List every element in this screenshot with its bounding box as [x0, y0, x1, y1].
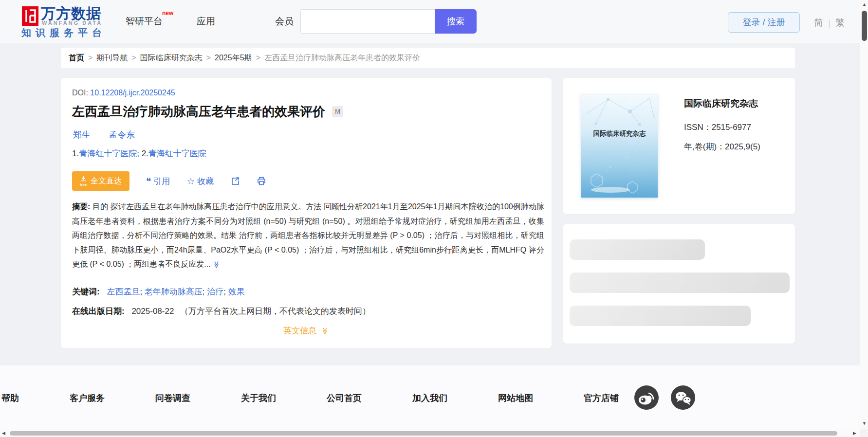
abstract-text: 目的 探讨左西孟旦在老年肺动脉高压患者治疗中的应用意义。方法 回顾性分析2021…	[72, 202, 544, 268]
header: 万方数据 WANFANG DATA 知识服务平台 智研平台 new 应用 会员 …	[0, 0, 868, 43]
footer-link-company[interactable]: 公司首页	[327, 392, 362, 404]
search-input[interactable]	[300, 9, 435, 34]
horizontal-scroll-thumb[interactable]	[10, 431, 837, 436]
doi-label: DOI:	[72, 89, 88, 97]
journal-cover[interactable]: 国际临床研究杂志	[581, 94, 658, 198]
breadcrumb-separator: >	[88, 54, 92, 62]
scroll-up-arrow[interactable]: ▲	[862, 2, 867, 7]
author-list: 郑生 孟令东	[73, 129, 150, 141]
favorite-button[interactable]: ☆ 收藏	[186, 176, 214, 187]
doi-link[interactable]: 10.12208/j.ijcr.20250245	[90, 89, 175, 97]
fulltext-label: 全文直达	[91, 176, 122, 186]
keyword-link[interactable]: 左西孟旦	[107, 287, 140, 296]
keyword-separator: ;	[140, 287, 144, 296]
lang-simplified[interactable]: 简	[814, 18, 823, 28]
language-toggle: 简|繁	[814, 17, 845, 29]
abstract: 摘要: 目的 探讨左西孟旦在老年肺动脉高压患者治疗中的应用意义。方法 回顾性分析…	[72, 200, 544, 272]
affiliation-link[interactable]: 青海红十字医院	[148, 149, 206, 158]
page: 万方数据 WANFANG DATA 知识服务平台 智研平台 new 应用 会员 …	[0, 0, 868, 437]
scroll-left-arrow[interactable]: ◀	[2, 431, 5, 436]
breadcrumb: 首页 > 期刊导航 > 国际临床研究杂志 > 2025年5期 > 左西孟旦治疗肺…	[61, 48, 795, 68]
issn-label: ISSN：	[684, 123, 712, 132]
footer-link-join[interactable]: 加入我们	[412, 392, 447, 404]
fulltext-button[interactable]: free 全文直达	[72, 171, 129, 191]
volume-label: 年,卷(期)：	[684, 142, 725, 151]
doi-row: DOI: 10.12208/j.ijcr.20250245	[72, 89, 175, 97]
share-icon	[230, 176, 240, 186]
keywords-row: 关键词: 左西孟旦; 老年肺动脉高压; 治疗; 效果	[72, 286, 245, 297]
star-icon: ☆	[186, 177, 195, 186]
scroll-down-arrow[interactable]: ▼	[862, 421, 867, 426]
footer-link-store[interactable]: 官方店铺	[584, 392, 619, 404]
free-label: free	[80, 183, 87, 187]
english-info-toggle[interactable]: 英文信息 ≫	[61, 325, 552, 336]
quote-icon: ❝	[146, 177, 151, 186]
footer-link-sitemap[interactable]: 网站地图	[498, 392, 533, 404]
affiliations: 1.青海红十字医院; 2.青海红十字医院	[72, 148, 206, 159]
brand-name-en: WANFANG DATA	[42, 20, 102, 26]
breadcrumb-current: 左西孟旦治疗肺动脉高压老年患者的效果评价	[264, 53, 420, 63]
keyword-link[interactable]: 效果	[228, 287, 245, 296]
keyword-link[interactable]: 治疗	[207, 287, 223, 296]
nav-item-member[interactable]: 会员	[275, 15, 294, 28]
article-title-row: 左西孟旦治疗肺动脉高压老年患者的效果评价M	[72, 103, 343, 120]
vertical-scrollbar[interactable]: ▲ ▼	[860, 0, 868, 429]
wechat-icon[interactable]	[671, 385, 695, 410]
footer-links: 帮助 客户服务 问卷调查 关于我们 公司首页 加入我们 网站地图 官方店铺	[1, 392, 669, 404]
footer-link-service[interactable]: 客户服务	[70, 392, 105, 404]
search-button[interactable]: 搜索	[435, 9, 477, 34]
breadcrumb-issue[interactable]: 2025年5期	[215, 53, 252, 63]
loading-card	[563, 224, 795, 344]
lang-divider: |	[828, 18, 831, 28]
affiliation-number: 2.	[142, 149, 148, 158]
skeleton-bar	[570, 273, 790, 293]
horizontal-scrollbar[interactable]: ◀ ▶	[0, 429, 860, 437]
action-buttons: free 全文直达 ❝ 引用 ☆ 收藏	[72, 171, 266, 191]
nav-item-apps[interactable]: 应用	[197, 15, 215, 28]
footer-link-survey[interactable]: 问卷调查	[155, 392, 190, 404]
journal-volume-row: 年,卷(期)：2025,9(5)	[684, 141, 760, 152]
cite-button[interactable]: ❝ 引用	[146, 176, 170, 187]
journal-card: 国际临床研究杂志 国际临床研究杂志 ISSN：2515-6977 年,卷(期)：…	[563, 78, 795, 214]
brand-tagline: 知识服务平台	[21, 26, 106, 39]
new-badge: new	[162, 10, 173, 17]
affiliation-number: 1.	[72, 149, 79, 158]
breadcrumb-separator: >	[131, 54, 136, 62]
weibo-icon[interactable]	[634, 385, 659, 410]
print-button[interactable]	[257, 176, 266, 186]
expand-abstract-icon[interactable]: ≫	[209, 261, 224, 268]
breadcrumb-home[interactable]: 首页	[69, 53, 84, 63]
volume-value: 2025,9(5)	[725, 142, 760, 151]
share-button[interactable]	[230, 176, 240, 186]
wanfang-logo-icon[interactable]	[22, 6, 38, 26]
keywords-label: 关键词:	[72, 287, 100, 296]
breadcrumb-separator: >	[256, 54, 260, 62]
journal-issn-row: ISSN：2515-6977	[684, 122, 751, 133]
publish-date-note: （万方平台首次上网日期，不代表论文的发表时间）	[180, 307, 370, 316]
cite-label: 引用	[153, 176, 170, 187]
login-register-button[interactable]: 登录 / 注册	[728, 12, 800, 33]
affiliation-link[interactable]: 青海红十字医院	[79, 149, 137, 158]
footer-link-help[interactable]: 帮助	[1, 392, 19, 404]
favorite-label: 收藏	[197, 176, 214, 187]
page-title: 左西孟旦治疗肺动脉高压老年患者的效果评价	[72, 104, 325, 119]
metrics-badge[interactable]: M	[332, 106, 343, 117]
author-link[interactable]: 郑生	[73, 130, 91, 140]
journal-name[interactable]: 国际临床研究杂志	[684, 97, 758, 110]
keyword-link[interactable]: 老年肺动脉高压	[145, 287, 203, 296]
breadcrumb-journal-nav[interactable]: 期刊导航	[96, 53, 128, 63]
breadcrumb-journal[interactable]: 国际临床研究杂志	[140, 53, 203, 63]
footer-link-about[interactable]: 关于我们	[241, 392, 276, 404]
publish-date-label: 在线出版日期:	[72, 307, 125, 316]
publish-date-row: 在线出版日期: 2025-08-22 （万方平台首次上网日期，不代表论文的发表时…	[72, 306, 370, 317]
vertical-scroll-thumb[interactable]	[862, 11, 867, 41]
author-link[interactable]: 孟令东	[109, 130, 135, 140]
nav-item-zhiyan[interactable]: 智研平台	[126, 15, 163, 28]
lang-traditional[interactable]: 繁	[835, 18, 845, 28]
print-icon	[257, 176, 266, 186]
scroll-right-arrow[interactable]: ▶	[853, 431, 856, 436]
breadcrumb-separator: >	[206, 54, 211, 62]
skeleton-bar	[570, 239, 705, 260]
abstract-label: 摘要:	[72, 202, 90, 211]
publish-date: 2025-08-22	[131, 307, 174, 316]
